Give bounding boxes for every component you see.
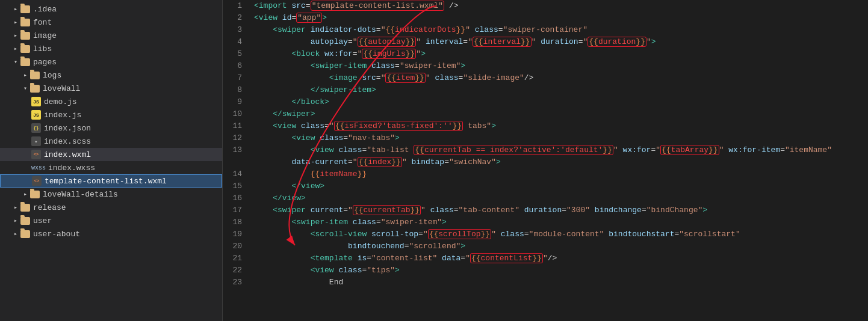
sidebar-item-index-json[interactable]: {} index.json — [0, 121, 222, 135]
line-number: 14 — [223, 168, 252, 180]
sidebar-item-label: index.wxml — [44, 150, 91, 159]
sidebar-item-user[interactable]: user — [0, 214, 222, 227]
folder-arrow-icon — [12, 5, 19, 13]
code-line: 16 </view> — [223, 192, 868, 204]
sidebar-item-libs[interactable]: libs — [0, 42, 222, 55]
folder-arrow-icon — [22, 191, 29, 198]
sidebar-item-release[interactable]: release — [0, 201, 222, 214]
sidebar-item-font[interactable]: font — [0, 16, 222, 29]
line-number: 7 — [223, 72, 252, 84]
line-content: <view id="app"> — [252, 12, 868, 24]
folder-arrow-icon — [12, 45, 19, 52]
sidebar-item-template-wxml[interactable]: <> template-content-list.wxml — [0, 174, 222, 188]
code-line: 13 <view class="tab-list {{currentTab ==… — [223, 144, 868, 156]
code-line: 1<import src="template-content-list.wxml… — [223, 0, 868, 12]
line-content: </block> — [252, 96, 868, 108]
line-content: bindtouchend="scrollend"> — [252, 240, 868, 252]
sidebar-item-label: template-content-list.wxml — [45, 177, 167, 186]
line-number: 6 — [223, 60, 252, 72]
line-content: <block wx:for="{{imgUrls}}"> — [252, 48, 868, 60]
folder-icon — [20, 204, 30, 212]
sidebar-item-demo-js[interactable]: JS demo.js — [0, 95, 222, 108]
sidebar-item-label: user — [33, 216, 52, 225]
code-line: 14 {{itemName}} — [223, 168, 868, 180]
js-file-icon: JS — [31, 97, 41, 106]
code-line: 9 </block> — [223, 96, 868, 108]
code-line: 10 </swiper> — [223, 108, 868, 120]
line-number: 20 — [223, 240, 252, 252]
sidebar-item-label: libs — [33, 44, 52, 54]
wxss-file-icon: wxss — [31, 165, 46, 171]
code-line: 15 </view> — [223, 180, 868, 192]
sidebar-item-index-js[interactable]: JS index.js — [0, 108, 222, 121]
line-number: 17 — [223, 204, 252, 216]
sidebar-item-lovewall-details[interactable]: loveWall-details — [0, 188, 222, 201]
code-line: 18 <swiper-item class="swiper-item"> — [223, 216, 868, 228]
sidebar-item-label: pages — [33, 58, 57, 67]
line-content: <image src="{{item}}" class="slide-image… — [252, 72, 868, 84]
sidebar-item-label: release — [33, 203, 66, 212]
code-line: 19 <scroll-view scroll-top="{{scrollTop}… — [223, 228, 868, 240]
folder-arrow-icon — [12, 204, 19, 211]
line-number: 23 — [223, 277, 252, 289]
folder-icon — [20, 5, 30, 13]
code-line: 5 <block wx:for="{{imgUrls}}"> — [223, 48, 868, 60]
folder-icon — [30, 191, 40, 198]
line-content: <view class="tips"> — [252, 264, 868, 277]
folder-arrow-icon — [12, 230, 19, 237]
folder-icon — [20, 230, 30, 238]
scss-file-icon: ✦ — [31, 136, 41, 146]
sidebar-item-logs[interactable]: logs — [0, 69, 222, 82]
code-line: 3 <swiper indicator-dots="{{indicatorDot… — [223, 24, 868, 36]
folder-icon — [20, 32, 30, 40]
sidebar-item-pages[interactable]: pages — [0, 55, 222, 69]
folder-icon — [20, 217, 30, 225]
code-line: 2<view id="app"> — [223, 12, 868, 24]
folder-icon — [20, 19, 30, 26]
code-line: 21 <template is="content-list" data="{{c… — [223, 252, 868, 264]
code-editor: 1<import src="template-content-list.wxml… — [223, 0, 868, 321]
line-content: <swiper current="{{currentTab}}" class="… — [252, 204, 868, 216]
code-line: 23 End — [223, 277, 868, 289]
sidebar-item-label: font — [33, 18, 52, 27]
folder-icon — [20, 45, 30, 53]
sidebar-item-label: user-about — [33, 230, 80, 239]
line-number: 18 — [223, 216, 252, 228]
folder-arrow-icon — [12, 217, 19, 224]
code-line: 20 bindtouchend="scrollend"> — [223, 240, 868, 252]
line-content: autoplay="{{autoplay}}" interval="{{inte… — [252, 36, 868, 48]
sidebar-item-user-about[interactable]: user-about — [0, 227, 222, 240]
line-number: 13 — [223, 144, 252, 156]
sidebar-item-label: demo.js — [44, 97, 77, 106]
code-line: 6 <swiper-item class="swiper-item"> — [223, 60, 868, 72]
code-line: 4 autoplay="{{autoplay}}" interval="{{in… — [223, 36, 868, 48]
sidebar-item-image[interactable]: image — [0, 29, 222, 42]
json-file-icon: {} — [31, 123, 41, 133]
folder-arrow-icon — [12, 32, 19, 39]
line-content: <swiper-item class="swiper-item"> — [252, 216, 868, 228]
folder-icon — [20, 58, 30, 66]
sidebar-item-index-scss[interactable]: ✦ index.scss — [0, 135, 222, 148]
js-file-icon: JS — [31, 110, 41, 120]
line-content: <import src="template-content-list.wxml"… — [252, 0, 868, 12]
line-content: {{itemName}} — [252, 168, 868, 180]
sidebar-item-index-wxml[interactable]: <> index.wxml — [0, 148, 222, 161]
sidebar-item-index-wxss[interactable]: wxss index.wxss — [0, 161, 222, 174]
line-content: <swiper-item class="swiper-item"> — [252, 60, 868, 72]
line-number: 15 — [223, 180, 252, 192]
sidebar-item-idea[interactable]: .idea — [0, 2, 222, 16]
folder-arrow-icon — [22, 85, 29, 92]
sidebar-item-label: index.wxss — [48, 164, 95, 173]
line-content: </view> — [252, 180, 868, 192]
folder-arrow-icon — [12, 58, 19, 66]
folder-icon — [30, 72, 40, 79]
sidebar-item-lovewall[interactable]: loveWall — [0, 82, 222, 95]
line-number: 9 — [223, 96, 252, 108]
code-line: 11 <view class="{{isFixed?'tabs-fixed':'… — [223, 120, 868, 132]
line-number: 12 — [223, 132, 252, 144]
sidebar-item-label: index.js — [44, 111, 81, 120]
line-number: 11 — [223, 120, 252, 132]
folder-arrow-icon — [22, 72, 29, 79]
folder-icon — [30, 85, 40, 93]
line-number: 8 — [223, 84, 252, 96]
